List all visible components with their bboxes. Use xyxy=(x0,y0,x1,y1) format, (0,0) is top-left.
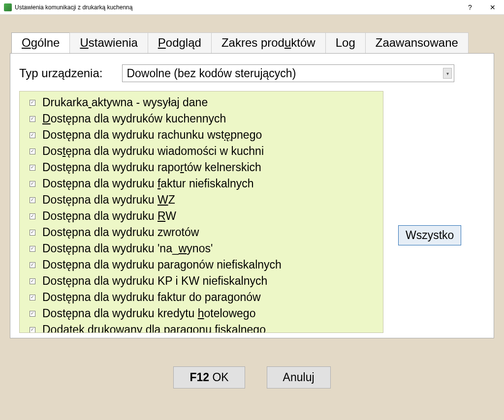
check-item-7[interactable]: Dostępna dla wydruku RW xyxy=(30,208,383,224)
check-item-10[interactable]: Dostępna dla wydruku paragonów niefiskal… xyxy=(30,257,383,273)
tab-ogólne[interactable]: Ogólne xyxy=(11,32,70,54)
checkbox-icon xyxy=(30,132,35,138)
checkbox-icon xyxy=(30,197,35,203)
check-label: Dostępna dla wydruku KP i KW niefiskalny… xyxy=(42,274,267,288)
checkbox-icon xyxy=(30,100,35,106)
check-label: Dostępna dla wydruku 'na_wynos' xyxy=(42,242,213,255)
tab-ustawienia[interactable]: Ustawienia xyxy=(69,32,148,54)
device-type-row: Typ urządzenia: Dowolne (bez kodów steru… xyxy=(19,64,485,82)
checkbox-icon xyxy=(30,246,35,252)
tab-panel: Typ urządzenia: Dowolne (bez kodów steru… xyxy=(10,53,494,338)
checkbox-icon xyxy=(30,327,35,333)
checkbox-icon xyxy=(30,116,35,122)
tab-strip: OgólneUstawieniaPodglądZakres produktówL… xyxy=(11,32,494,53)
check-label: Drukarka aktywna - wysyłaj dane xyxy=(42,96,208,109)
check-item-2[interactable]: Dostępna dla wydruku rachunku wstępnego xyxy=(30,127,383,143)
check-label: Dostępna dla wydruku kredytu hotelowego xyxy=(42,307,255,320)
check-item-12[interactable]: Dostępna dla wydruku faktur do paragonów xyxy=(30,289,383,305)
cancel-button[interactable]: Anuluj xyxy=(267,366,331,389)
chevron-down-icon: ▾ xyxy=(443,68,452,79)
check-item-6[interactable]: Dostępna dla wydruku WZ xyxy=(30,192,383,208)
side-buttons: Wszystko xyxy=(398,225,461,245)
device-type-label: Typ urządzenia: xyxy=(19,66,102,80)
check-label: Dostępna dla wydruku zwrotów xyxy=(42,226,199,239)
checkbox-icon xyxy=(30,165,35,171)
check-label: Dostępna dla wydruku WZ xyxy=(42,193,175,207)
check-label: Dostępna dla wydruku paragonów niefiskal… xyxy=(42,258,282,271)
checkbox-icon xyxy=(30,213,35,219)
check-label: Dostępna dla wydruku RW xyxy=(42,210,176,223)
check-item-8[interactable]: Dostępna dla wydruku zwrotów xyxy=(30,224,383,240)
check-label: Dodatek drukowany dla paragonu fiskalneg… xyxy=(42,323,266,333)
check-item-0[interactable]: Drukarka aktywna - wysyłaj dane xyxy=(30,94,383,111)
title-bar: Ustawienia komunikacji z drukarką kuchen… xyxy=(0,0,504,15)
check-label: Dostępna dla wydruku wiadomości w kuchni xyxy=(42,145,264,158)
check-item-13[interactable]: Dostępna dla wydruku kredytu hotelowego xyxy=(30,305,383,322)
dialog-buttons: F12 OK Anuluj xyxy=(10,366,494,389)
select-all-button[interactable]: Wszystko xyxy=(398,225,461,245)
tab-podgląd[interactable]: Podgląd xyxy=(148,32,212,54)
client-area: OgólneUstawieniaPodglądZakres produktówL… xyxy=(0,15,504,420)
check-label: Dostępna dla wydruku raportów kelnerskic… xyxy=(42,161,261,174)
device-type-value: Dowolne (bez kodów sterujących) xyxy=(126,67,296,80)
check-item-9[interactable]: Dostępna dla wydruku 'na_wynos' xyxy=(30,240,383,257)
checkbox-icon xyxy=(30,262,35,268)
checkbox-icon xyxy=(30,311,35,317)
check-label: Dostępna dla wydruku faktur niefiskalnyc… xyxy=(42,177,254,190)
check-item-14[interactable]: Dodatek drukowany dla paragonu fiskalneg… xyxy=(30,322,383,333)
check-item-3[interactable]: Dostępna dla wydruku wiadomości w kuchni xyxy=(30,143,383,159)
check-item-1[interactable]: Dostępna dla wydruków kuchennych xyxy=(30,111,383,127)
tab-log[interactable]: Log xyxy=(325,32,366,54)
device-type-combo[interactable]: Dowolne (bez kodów sterujących) ▾ xyxy=(122,64,454,82)
ok-button[interactable]: F12 OK xyxy=(173,366,245,389)
app-icon xyxy=(4,3,12,11)
help-button[interactable]: ? xyxy=(459,0,481,15)
checkbox-icon xyxy=(30,278,35,284)
check-item-4[interactable]: Dostępna dla wydruku raportów kelnerskic… xyxy=(30,159,383,176)
checkbox-icon xyxy=(30,230,35,236)
feature-checklist: Drukarka aktywna - wysyłaj daneDostępna … xyxy=(19,91,383,333)
check-label: Dostępna dla wydruku faktur do paragonów xyxy=(42,291,261,304)
checkbox-icon xyxy=(30,295,35,300)
check-item-11[interactable]: Dostępna dla wydruku KP i KW niefiskalny… xyxy=(30,273,383,289)
window-title: Ustawienia komunikacji z drukarką kuchen… xyxy=(15,4,459,11)
tab-zakres-produktów[interactable]: Zakres produktów xyxy=(211,32,326,54)
checklist-area: Drukarka aktywna - wysyłaj daneDostępna … xyxy=(19,91,485,333)
check-item-5[interactable]: Dostępna dla wydruku faktur niefiskalnyc… xyxy=(30,176,383,192)
checkbox-icon xyxy=(30,149,35,154)
check-label: Dostępna dla wydruków kuchennych xyxy=(42,112,226,125)
check-label: Dostępna dla wydruku rachunku wstępnego xyxy=(42,128,262,142)
close-button[interactable]: ✕ xyxy=(481,0,504,15)
checkbox-icon xyxy=(30,181,35,187)
tab-zaawansowane[interactable]: Zaawansowane xyxy=(365,32,469,54)
